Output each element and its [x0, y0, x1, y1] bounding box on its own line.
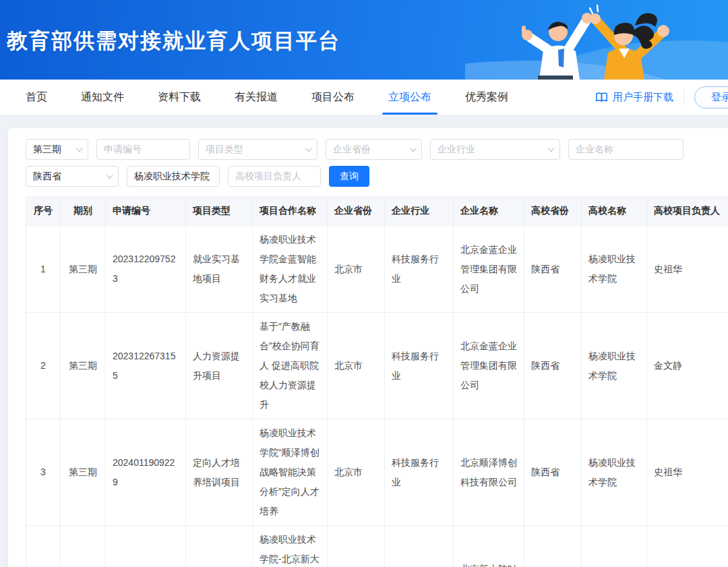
- table-cell: 北京市: [328, 313, 385, 419]
- nav-tab[interactable]: 优秀案例: [465, 80, 508, 115]
- university-name-input-text: 杨凌职业技术学院: [134, 171, 210, 183]
- table-cell: 杨凌职业技术学院: [582, 419, 647, 526]
- column-header: 企业名称: [454, 197, 524, 226]
- nav-tabs: 首页通知文件资料下载有关报道项目公布立项公布优秀案例: [26, 80, 508, 115]
- period-select[interactable]: 第三期: [26, 139, 88, 160]
- column-header: 期别: [61, 197, 106, 226]
- enterprise-province-select-text: 企业省份: [333, 144, 371, 156]
- period-select-text: 第三期: [33, 144, 61, 156]
- enterprise-industry-select-text: 企业行业: [437, 144, 475, 156]
- university-province-select-text: 陕西省: [33, 171, 61, 183]
- project-type-select[interactable]: 项目类型: [198, 139, 317, 160]
- table-cell: 科技服务行业: [385, 419, 454, 526]
- table-cell: 北京金蓝企业管理集团有限公司: [454, 226, 524, 313]
- enterprise-name-input[interactable]: 企业名称: [568, 139, 684, 160]
- table-cell: 第三期: [61, 226, 106, 313]
- table-cell: 定向人才培养培训项目: [186, 526, 253, 567]
- table-cell: 杨凌职业技术学院: [582, 313, 647, 419]
- table-cell: 胡启迪: [647, 526, 728, 567]
- table-cell: 基于“产教融合”校企协同育人 促进高职院校人力资源提升: [253, 313, 328, 419]
- nav-tab[interactable]: 通知文件: [81, 80, 124, 115]
- table-cell: 杨凌职业技术学院金蓝智能财务人才就业实习基地: [253, 226, 328, 313]
- table-cell: 北京市: [328, 419, 385, 526]
- application-number-input-text: 申请编号: [104, 144, 142, 156]
- table-cell: 3: [26, 419, 61, 526]
- table-cell: 人力资源提升项目: [186, 313, 253, 419]
- site-banner: 教育部供需对接就业育人项目平台: [0, 0, 728, 80]
- table-cell: 第三期: [61, 419, 106, 526]
- nav-tab[interactable]: 有关报道: [235, 80, 278, 115]
- book-icon: [595, 92, 608, 103]
- table-cell: 史祖华: [647, 226, 728, 313]
- column-header: 高校省份: [524, 197, 582, 226]
- table-cell: 第三期: [61, 526, 106, 567]
- table-cell: 1: [26, 226, 61, 313]
- application-number-input[interactable]: 申请编号: [96, 139, 190, 160]
- table-cell: 北京市: [328, 226, 385, 313]
- table-cell: 陕西省: [524, 419, 582, 526]
- login-button[interactable]: 登录: [694, 86, 728, 109]
- table-cell: 史祖华: [647, 419, 728, 526]
- university-leader-input[interactable]: 高校项目负责人: [228, 166, 321, 187]
- site-title: 教育部供需对接就业育人项目平台: [7, 27, 340, 55]
- enterprise-industry-select[interactable]: 企业行业: [430, 139, 560, 160]
- table-row: 4第三期2023122905190定向人才培养培训项目杨凌职业技术学院-北京新大…: [26, 526, 728, 567]
- main-nav: 首页通知文件资料下载有关报道项目公布立项公布优秀案例 用户手册下载 登录: [0, 80, 728, 115]
- filter-row-2: 陕西省杨凌职业技术学院高校项目负责人 查询: [26, 166, 728, 187]
- column-header: 高校名称: [582, 197, 647, 226]
- column-header: 企业省份: [328, 197, 385, 226]
- content-card: 第三期申请编号项目类型企业省份企业行业企业名称 陕西省杨凌职业技术学院高校项目负…: [8, 128, 728, 567]
- table-row: 2第三期2023122673155人力资源提升项目基于“产教融合”校企协同育人 …: [26, 313, 728, 419]
- chevron-down-icon: [305, 145, 312, 152]
- table-cell: 科技服务行业: [385, 226, 454, 313]
- table-cell: 北京顺泽博创科技有限公司: [454, 419, 524, 526]
- nav-divider: [684, 90, 684, 105]
- table-cell: 杨凌职业技术学院“顺泽博创战略智能决策分析”定向人才培养: [253, 419, 328, 526]
- table-cell: 2024011909229: [106, 419, 186, 526]
- table-cell: 陕西省: [524, 226, 582, 313]
- search-button[interactable]: 查询: [329, 166, 369, 187]
- table-cell: 2023122097523: [106, 226, 186, 313]
- table-cell: 科技服务行业: [385, 526, 454, 567]
- table-cell: 就业实习基地项目: [186, 226, 253, 313]
- table-cell: 北京金蓝企业管理集团有限公司: [454, 313, 524, 419]
- nav-right: 用户手册下载 登录: [595, 86, 728, 109]
- nav-tab[interactable]: 资料下载: [158, 80, 201, 115]
- table-cell: 杨凌职业技术学院: [582, 226, 647, 313]
- chevron-down-icon: [410, 145, 417, 152]
- filter-row-1: 第三期申请编号项目类型企业省份企业行业企业名称: [26, 139, 728, 160]
- chevron-down-icon: [548, 145, 555, 152]
- enterprise-province-select[interactable]: 企业省份: [326, 139, 422, 160]
- table-cell: 北京新大陆时代科技有限公司: [454, 526, 524, 567]
- university-name-input[interactable]: 杨凌职业技术学院: [127, 166, 220, 187]
- table-cell: 陕西省: [524, 313, 582, 419]
- table-cell: 科技服务行业: [385, 313, 454, 419]
- nav-tab[interactable]: 立项公布: [388, 80, 431, 115]
- table-cell: 4: [26, 526, 61, 567]
- table-cell: 2: [26, 313, 61, 419]
- table-cell: 陕西省: [524, 526, 582, 567]
- table-cell: 杨凌职业技术学院-北京新大陆时代科技有限公司物联网及人工智能方向人才培养: [253, 526, 328, 567]
- user-manual-label: 用户手册下载: [613, 91, 673, 104]
- column-header: 申请编号: [106, 197, 186, 226]
- chevron-down-icon: [107, 172, 113, 179]
- table-cell: 杨凌职业技术学院: [582, 526, 647, 567]
- table-cell: 福建省: [328, 526, 385, 567]
- column-header: 序号: [26, 197, 61, 226]
- table-cell: 第三期: [61, 313, 106, 419]
- university-province-select[interactable]: 陕西省: [26, 166, 119, 187]
- column-header: 项目合作名称: [253, 197, 328, 226]
- nav-tab[interactable]: 项目公布: [311, 80, 355, 115]
- enterprise-name-input-text: 企业名称: [576, 144, 613, 156]
- high-five-illustration: [465, 0, 728, 80]
- project-type-select-text: 项目类型: [206, 144, 243, 156]
- table-row: 1第三期2023122097523就业实习基地项目杨凌职业技术学院金蓝智能财务人…: [26, 226, 728, 313]
- projects-table: 序号期别申请编号项目类型项目合作名称企业省份企业行业企业名称高校省份高校名称高校…: [26, 196, 728, 567]
- table-row: 3第三期2024011909229定向人才培养培训项目杨凌职业技术学院“顺泽博创…: [26, 419, 728, 526]
- chevron-down-icon: [76, 145, 83, 152]
- nav-tab[interactable]: 首页: [26, 80, 47, 115]
- table-cell: 2023122905190: [106, 526, 186, 567]
- table-cell: 定向人才培养培训项目: [186, 419, 253, 526]
- column-header: 企业行业: [385, 197, 454, 226]
- user-manual-download-link[interactable]: 用户手册下载: [595, 91, 673, 104]
